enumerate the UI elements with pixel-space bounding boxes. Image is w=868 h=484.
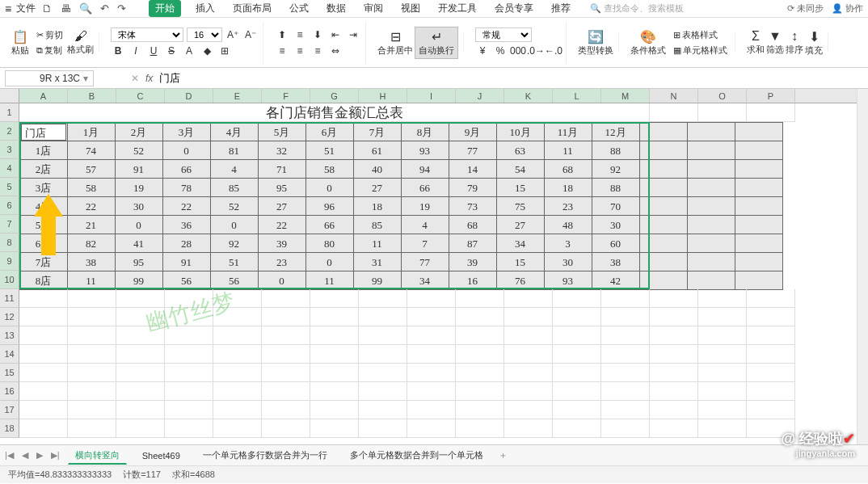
fill-color-button[interactable]: ◆ — [200, 44, 214, 58]
sheet-nav-first-icon[interactable]: |◀ — [5, 450, 14, 461]
row-header[interactable]: 16 — [0, 382, 19, 401]
cell[interactable]: 15 — [496, 252, 545, 271]
col-header[interactable]: E — [213, 89, 262, 103]
cell[interactable] — [456, 345, 504, 364]
cell[interactable]: 22 — [258, 215, 306, 234]
menu-icon[interactable]: ≡ — [5, 2, 11, 15]
tab-insert[interactable]: 插入 — [192, 0, 218, 17]
row-header[interactable]: 5 — [0, 178, 19, 196]
cell[interactable] — [456, 364, 504, 382]
cell[interactable]: 16 — [449, 271, 497, 290]
dec-dec-icon[interactable]: ←.0 — [546, 44, 561, 58]
cell[interactable]: 27 — [353, 178, 402, 197]
cell[interactable] — [213, 401, 262, 419]
col-header[interactable]: D — [165, 89, 213, 103]
cell[interactable]: 88 — [592, 178, 640, 197]
file-menu[interactable]: 文件 — [16, 2, 36, 15]
border-button[interactable]: ⊞ — [217, 44, 232, 58]
col-header[interactable]: A — [19, 89, 68, 103]
cell[interactable] — [262, 308, 310, 326]
cell[interactable] — [359, 326, 407, 345]
cell[interactable]: 94 — [401, 159, 449, 179]
number-format-select[interactable]: 常规 — [475, 27, 532, 42]
cell[interactable]: 11 — [544, 141, 592, 160]
cell[interactable] — [213, 345, 262, 364]
cell[interactable]: 2月 — [115, 122, 163, 141]
cell[interactable]: 76 — [496, 271, 545, 290]
cell[interactable]: 60 — [592, 234, 640, 253]
row-header[interactable]: 3 — [0, 141, 19, 159]
cell[interactable] — [456, 382, 504, 401]
cell[interactable] — [601, 289, 650, 308]
cell[interactable] — [19, 289, 68, 308]
cell[interactable] — [747, 419, 795, 438]
cell[interactable]: 57 — [67, 159, 116, 179]
cell[interactable] — [19, 401, 68, 419]
cell[interactable]: 12月 — [592, 122, 640, 141]
increase-font-icon[interactable]: A⁺ — [225, 27, 240, 42]
cell[interactable] — [262, 364, 310, 382]
cell[interactable] — [165, 364, 213, 382]
cell[interactable]: 0 — [305, 252, 354, 271]
cell[interactable] — [407, 382, 456, 401]
save-icon[interactable]: 🗋 — [40, 2, 54, 15]
cell[interactable] — [165, 308, 213, 326]
cell[interactable]: 30 — [544, 252, 592, 271]
cell[interactable] — [747, 289, 795, 308]
cell[interactable]: 6店 — [19, 234, 68, 253]
cell[interactable] — [650, 419, 698, 438]
sheet-tab-active[interactable]: 横向转竖向 — [68, 447, 127, 465]
cell[interactable]: 52 — [115, 141, 163, 160]
cell[interactable]: 3店 — [19, 178, 68, 197]
cell[interactable] — [698, 326, 747, 345]
select-all-corner[interactable] — [0, 89, 19, 103]
cell[interactable]: 11 — [353, 234, 402, 253]
currency-icon[interactable]: ¥ — [475, 44, 490, 58]
cell[interactable] — [735, 252, 783, 271]
cell[interactable]: 9月 — [449, 122, 497, 141]
col-header[interactable]: I — [407, 89, 456, 103]
cell[interactable]: 93 — [401, 141, 449, 160]
cell[interactable]: 48 — [544, 215, 592, 234]
cell[interactable] — [310, 401, 359, 419]
cell[interactable]: 52 — [210, 196, 259, 216]
col-header[interactable]: H — [359, 89, 407, 103]
cell[interactable] — [698, 103, 747, 122]
cell[interactable] — [650, 308, 698, 326]
cell[interactable]: 40 — [353, 159, 402, 179]
sort-button[interactable]: ↕排序 — [786, 29, 803, 56]
col-header[interactable]: C — [116, 89, 165, 103]
cell[interactable] — [504, 326, 553, 345]
col-header[interactable]: G — [310, 89, 359, 103]
cell[interactable]: 19 — [401, 196, 449, 216]
cell[interactable] — [310, 345, 359, 364]
cell[interactable] — [407, 289, 456, 308]
cell[interactable] — [735, 271, 783, 290]
cell[interactable]: 39 — [258, 234, 306, 253]
cell[interactable] — [698, 419, 747, 438]
cell[interactable]: 68 — [449, 215, 497, 234]
cell[interactable] — [165, 326, 213, 345]
col-header[interactable]: N — [650, 89, 698, 103]
cell[interactable]: 51 — [210, 252, 259, 271]
search-box[interactable]: 🔍 查找命令、搜索模板 — [590, 2, 684, 15]
cell[interactable] — [359, 308, 407, 326]
cell[interactable] — [504, 419, 553, 438]
font-color-button[interactable]: A — [182, 44, 196, 58]
cell[interactable] — [407, 308, 456, 326]
cell[interactable] — [650, 103, 698, 122]
cell[interactable]: 22 — [162, 196, 211, 216]
cell[interactable]: 95 — [258, 178, 306, 197]
cell[interactable] — [19, 382, 68, 401]
cell[interactable]: 63 — [496, 141, 545, 160]
cell[interactable] — [735, 215, 783, 234]
tab-formula[interactable]: 公式 — [286, 0, 312, 17]
cell[interactable] — [19, 326, 68, 345]
name-box[interactable]: 9R x 13C▾ — [5, 70, 94, 86]
cell[interactable] — [650, 401, 698, 419]
cell[interactable] — [601, 382, 650, 401]
row-header[interactable]: 15 — [0, 364, 19, 382]
cell[interactable] — [553, 401, 601, 419]
indent-inc-icon[interactable]: ⇥ — [346, 27, 360, 42]
cell[interactable] — [698, 401, 747, 419]
